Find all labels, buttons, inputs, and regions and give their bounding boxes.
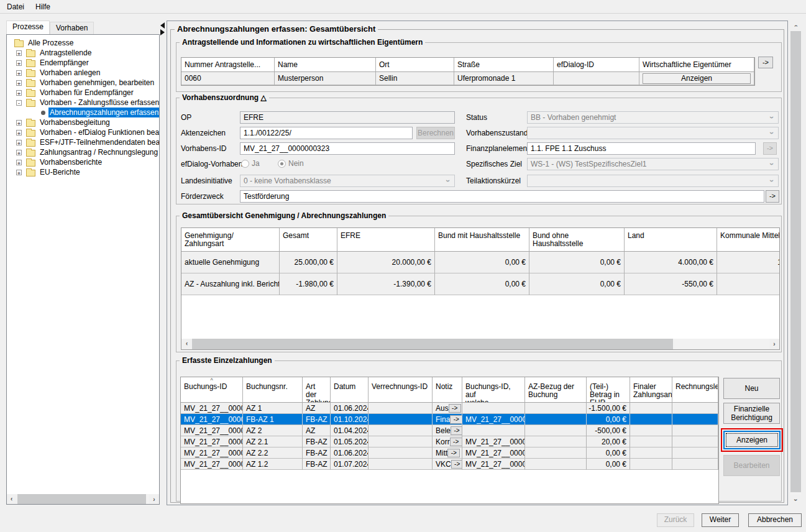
table-row[interactable]: 0060MusterpersonSellinUferpromonade 1Anz… bbox=[181, 72, 754, 85]
notiz-arrow-button[interactable]: -> bbox=[449, 404, 461, 413]
foerderzweck-field[interactable]: Testförderung bbox=[240, 190, 764, 203]
scrollbar-thumb[interactable] bbox=[17, 494, 146, 504]
column-header-bund-ohne-haushaltsstelle[interactable]: Bund ohne Haushaltsstelle bbox=[529, 228, 625, 252]
column-header-verrechnungs-id[interactable]: Verrechnungs-ID bbox=[369, 377, 433, 403]
notiz-arrow-button[interactable]: -> bbox=[451, 460, 462, 469]
teilaktionskuerzel-select[interactable]: › bbox=[527, 175, 779, 187]
table-row[interactable]: aktuelle Genehmigung25.000,00 €20.000,00… bbox=[181, 252, 779, 273]
column-header-az-bezug-der[interactable]: AZ-Bezug der Buchung bbox=[525, 377, 587, 403]
column-header-finaler[interactable]: Finaler Zahlungsantrag bbox=[630, 377, 672, 403]
column-header-buchungs-id[interactable]: Buchungs-ID^ bbox=[181, 377, 243, 403]
table-row[interactable]: AZ - Auszahlung inkl. Berichtigungen-1.9… bbox=[181, 273, 779, 295]
zurueck-button[interactable]: Zurück bbox=[657, 513, 694, 527]
collapse-left-icon[interactable] bbox=[160, 22, 165, 29]
landesinitiative-select[interactable]: 0 - keine Vorhabensklasse › bbox=[240, 175, 455, 187]
notiz-arrow-button[interactable]: -> bbox=[447, 449, 460, 457]
column-header-art-der[interactable]: Art der Zahlung bbox=[303, 377, 331, 403]
column-header-datum[interactable]: Datum bbox=[331, 377, 369, 403]
tree-horizontal-scrollbar[interactable]: › › bbox=[7, 494, 159, 504]
column-header-gesamt[interactable]: Gesamt bbox=[280, 228, 337, 252]
scrollbar-thumb[interactable] bbox=[192, 339, 673, 349]
column-header-ort[interactable]: Ort bbox=[376, 58, 454, 72]
radio-ja[interactable] bbox=[241, 160, 249, 168]
expand-toggle-icon[interactable]: + bbox=[16, 150, 22, 155]
expand-toggle-icon[interactable]: + bbox=[16, 170, 22, 175]
op-field[interactable]: EFRE bbox=[240, 111, 455, 124]
finanzplanelement-field[interactable]: 1.1. FPE 1.1 Zuschuss bbox=[527, 142, 756, 155]
table-row[interactable]: MV_21_27__000000FB-AZ 1FB-AZ01.10.2024Fi… bbox=[181, 414, 718, 425]
finanzplanelement-arrow-button[interactable]: -> bbox=[763, 142, 777, 155]
expand-toggle-icon[interactable]: + bbox=[16, 80, 22, 86]
scroll-left-icon[interactable]: › bbox=[181, 339, 192, 349]
scroll-right-icon[interactable]: › bbox=[769, 339, 779, 349]
spezifisches-ziel-select[interactable]: WS-1 - (WS) TestSpezifischesZiel1 › bbox=[527, 158, 779, 170]
anzeigen-button[interactable]: Anzeigen bbox=[723, 431, 781, 449]
scroll-right-icon[interactable]: › bbox=[149, 494, 159, 504]
aktenzeichen-field[interactable]: 1.1./00122/25/ bbox=[240, 127, 413, 139]
vorhabens-id-field[interactable]: MV_21_27__0000000323 bbox=[240, 142, 455, 155]
scrollbar-thumb[interactable] bbox=[790, 31, 801, 492]
notiz-arrow-button[interactable]: -> bbox=[450, 415, 462, 424]
column-header-efre[interactable]: EFRE bbox=[337, 228, 435, 252]
neu-button[interactable]: Neu bbox=[723, 378, 780, 399]
tree-item-vorhaben-anlegen[interactable]: +Vorhaben anlegen bbox=[7, 68, 159, 78]
scroll-left-icon[interactable]: › bbox=[7, 494, 17, 504]
column-header-nummer-antragstelle[interactable]: Nummer Antragstelle... bbox=[181, 58, 275, 72]
column-header-kommunale-mittel[interactable]: Kommunale Mittel bbox=[717, 228, 780, 252]
foerderzweck-arrow-button[interactable]: -> bbox=[766, 190, 779, 203]
splitter-handle[interactable] bbox=[160, 21, 167, 36]
column-header-land[interactable]: Land bbox=[625, 228, 717, 252]
notiz-arrow-button[interactable]: -> bbox=[450, 438, 462, 446]
column-header-genehmigung[interactable]: Genehmigung/ Zahlungsart bbox=[181, 228, 280, 252]
main-vertical-scrollbar[interactable]: › › bbox=[790, 21, 801, 505]
column-header-rechnungslegung[interactable]: Rechnungslegung bbox=[672, 377, 718, 403]
tree-item-zahlungsantrag-rechnungslegung[interactable]: +Zahlungsantrag / Rechnungslegung bbox=[7, 147, 159, 157]
berechnen-button[interactable]: Berechnen bbox=[416, 127, 455, 139]
table-row[interactable]: MV_21_27__000000AZ 2AZ01.04.2024Bele->-5… bbox=[181, 425, 718, 436]
column-header-teil[interactable]: (Teil-) Betrag in EUR bbox=[587, 377, 630, 403]
tree-item-vorhaben-efdialog-funktionen-bearbeiten[interactable]: +Vorhaben - efDialog Funktionen bearbeit… bbox=[7, 127, 159, 137]
column-header-buchungs-id-auf[interactable]: Buchungs-ID, auf welche die Buchung bbox=[462, 377, 525, 403]
vorhabenszustand-select[interactable]: › bbox=[527, 127, 779, 139]
status-select[interactable]: BB - Vorhaben genehmigt › bbox=[527, 111, 779, 124]
tree-item-alle-prozesse[interactable]: Alle Prozesse bbox=[7, 38, 159, 48]
tree-item-abrechnungszahlungen-erfassen[interactable]: Abrechnungszahlungen erfassen bbox=[7, 108, 159, 117]
expand-toggle-icon[interactable]: + bbox=[16, 160, 22, 165]
column-header-notiz[interactable]: Notiz bbox=[433, 377, 462, 403]
column-header-name[interactable]: Name bbox=[275, 58, 376, 72]
expand-toggle-icon[interactable]: + bbox=[16, 90, 22, 96]
column-header-efdialog-id[interactable]: efDialog-ID bbox=[554, 58, 639, 72]
radio-nein[interactable] bbox=[278, 160, 286, 168]
menu-datei[interactable]: Datei bbox=[1, 1, 30, 13]
collapse-toggle-icon[interactable]: - bbox=[16, 100, 22, 106]
column-header-buchungsnr[interactable]: Buchungsnr. bbox=[243, 377, 303, 403]
tree-item-vorhabensberichte[interactable]: +Vorhabensberichte bbox=[7, 157, 159, 167]
expand-toggle-icon[interactable]: + bbox=[16, 130, 22, 135]
weiter-button[interactable]: Weiter bbox=[702, 513, 739, 527]
tree-item-vorhaben-genehmigen-bearbeiten[interactable]: +Vorhaben genehmigen, bearbeiten bbox=[7, 78, 159, 88]
table-row[interactable]: MV_21_27__000000AZ 1AZ01.06.2024Aus->-1.… bbox=[181, 403, 718, 414]
expand-toggle-icon[interactable]: + bbox=[16, 60, 22, 66]
tree-item-eu-berichte[interactable]: +EU-Berichte bbox=[7, 167, 159, 177]
expand-toggle-icon[interactable]: + bbox=[16, 50, 22, 56]
tree-item-endempf-nger[interactable]: +Endempfänger bbox=[7, 58, 159, 68]
tree-item-vorhaben-zahlungsfl-sse-erfassen[interactable]: -Vorhaben - Zahlungsflüsse erfassen bbox=[7, 98, 159, 108]
tree-item-antragstellende[interactable]: +Antragstellende bbox=[7, 48, 159, 58]
tree-item-vorhaben-f-r-endempf-nger[interactable]: +Vorhaben für Endempfänger bbox=[7, 88, 159, 98]
table-row[interactable]: MV_21_27__000000AZ 2.1FB-AZ01.05.2024Kor… bbox=[181, 436, 718, 447]
bearbeiten-button[interactable]: Bearbeiten bbox=[723, 455, 780, 476]
expand-toggle-icon[interactable]: + bbox=[16, 140, 22, 145]
overview-horizontal-scrollbar[interactable]: › › bbox=[181, 339, 779, 349]
expand-toggle-icon[interactable]: + bbox=[16, 70, 22, 76]
table-row[interactable]: MV_21_27__000000AZ 1.2FB-AZ01.07.2024VKC… bbox=[181, 459, 718, 470]
tab-vorhaben[interactable]: Vorhaben bbox=[50, 22, 94, 34]
scroll-down-icon[interactable]: › bbox=[790, 495, 801, 505]
table-row[interactable]: 0060MusterpersonSellinUferpromonade 1Anz… bbox=[181, 72, 754, 85]
scroll-up-icon[interactable]: › bbox=[790, 21, 801, 30]
table-row[interactable]: MV_21_27__000000AZ 2.2FB-AZ01.06.2024Mit… bbox=[181, 447, 718, 459]
column-header-bund-mit-haushaltsstelle[interactable]: Bund mit Haushaltsstelle bbox=[435, 228, 529, 252]
tree-item-vorhabensbegleitung[interactable]: +Vorhabensbegleitung bbox=[7, 117, 159, 127]
column-header-stra-e[interactable]: Straße bbox=[454, 58, 554, 72]
tab-prozesse[interactable]: Prozesse bbox=[6, 21, 50, 34]
menu-hilfe[interactable]: Hilfe bbox=[30, 1, 56, 13]
